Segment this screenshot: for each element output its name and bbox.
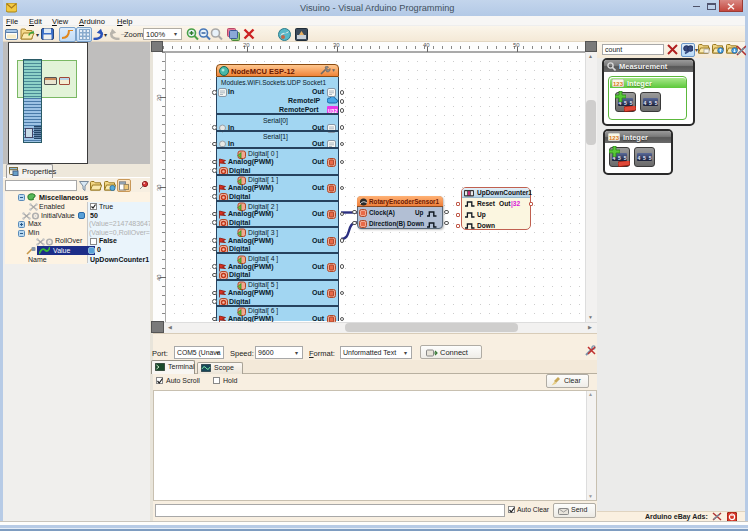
svg-text:123: 123 [613, 81, 624, 87]
svg-text:123: 123 [609, 135, 620, 141]
